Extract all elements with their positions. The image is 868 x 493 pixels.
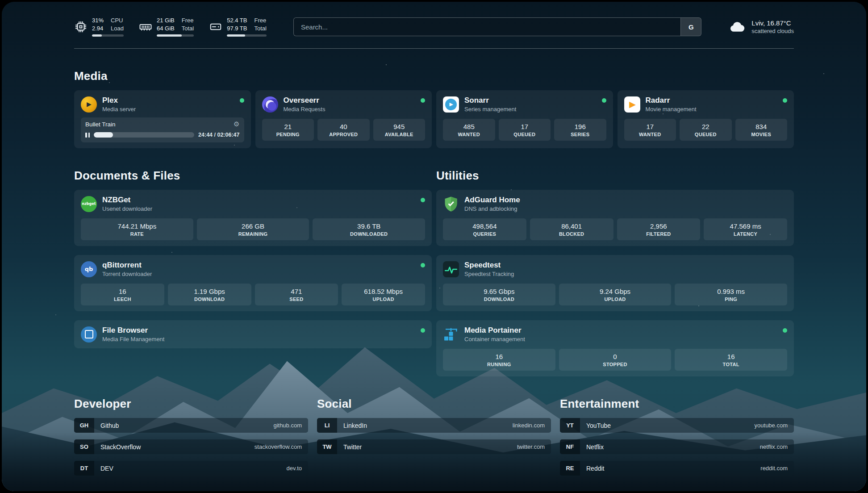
stat-label: DOWNLOAD [170, 297, 250, 302]
stat-value: 618.52 Mbps [343, 288, 423, 295]
bookmark-netflix[interactable]: NFNetflixnetflix.com [560, 439, 794, 454]
section-title-utilities: Utilities [436, 169, 794, 183]
service-header: RadarrMovie management [624, 96, 788, 113]
stat-box: 16RUNNING [443, 349, 555, 371]
service-description: Speedtest Tracking [464, 271, 514, 277]
playback-progress-fill [94, 132, 113, 138]
stat-value: 21 [264, 123, 313, 130]
disk-total-value: 97.9 TB [227, 25, 247, 32]
entertainment-bookmarks-column: Entertainment YTYouTubeyoutube.comNFNetf… [560, 397, 794, 476]
stat-label: UPLOAD [561, 297, 670, 302]
stat-value: 266 GB [199, 222, 308, 230]
stat-value: 16 [676, 353, 785, 360]
bookmark-twitter[interactable]: TWTwittertwitter.com [317, 439, 551, 454]
stat-label: WANTED [626, 132, 675, 137]
service-stats: 744.21 MbpsRATE266 GBREMAINING39.6 TBDOW… [81, 218, 425, 240]
service-stats: 17WANTED22QUEUED834MOVIES [624, 119, 788, 141]
status-indicator-online [421, 328, 425, 333]
bookmark-abbr: LI [317, 418, 337, 433]
bookmark-github[interactable]: GHGithubgithub.com [74, 418, 308, 433]
stat-value: 945 [375, 123, 424, 130]
service-card-nzbget[interactable]: nzbgetNZBGetUsenet downloader744.21 Mbps… [74, 190, 432, 246]
stat-value: 0.993 ms [676, 288, 785, 295]
settings-gear-icon[interactable]: ⚙ [234, 121, 239, 128]
service-card-plex[interactable]: PlexMedia serverBullet Train⚙24:44 / 02:… [74, 90, 251, 148]
disk-widget: 52.4 TB Free 97.9 TB Total [209, 17, 267, 37]
bookmark-youtube[interactable]: YTYouTubeyoutube.com [560, 418, 794, 433]
stat-label: QUEUED [501, 132, 549, 137]
service-card-overseerr[interactable]: OverseerrMedia Requests21PENDING40APPROV… [255, 90, 432, 148]
stat-value: 2,956 [619, 222, 699, 230]
stat-value: 834 [737, 123, 786, 130]
service-stats: 9.65 GbpsDOWNLOAD9.24 GbpsUPLOAD0.993 ms… [443, 284, 787, 305]
dashboard-content: 31% CPU 2.94 Load 21 [74, 2, 794, 489]
service-title-block: PlexMedia server [102, 96, 136, 113]
search-input[interactable] [294, 18, 680, 36]
stat-label: TOTAL [676, 362, 785, 367]
weather-widget: Lviv, 16.87°C scattered clouds [728, 18, 794, 36]
stat-label: QUEUED [681, 132, 730, 137]
service-card-sonarr[interactable]: SonarrSeries management485WANTED17QUEUED… [436, 90, 613, 148]
bookmark-dev[interactable]: DTDEVdev.to [74, 461, 308, 476]
stat-label: DOWNLOAD [445, 297, 554, 302]
disk-usage-bar [227, 34, 267, 37]
service-card-filebrowser[interactable]: File BrowserMedia File Management [74, 320, 432, 348]
service-card-portainer[interactable]: Media PortainerContainer management16RUN… [436, 320, 794, 376]
service-card-qbittorrent[interactable]: qbqBittorrentTorrent downloader16LEECH1.… [74, 255, 432, 311]
stat-label: PING [676, 297, 785, 302]
status-indicator-online [783, 98, 787, 103]
memory-total-value: 64 GiB [157, 25, 175, 32]
top-bar: 31% CPU 2.94 Load 21 [74, 2, 794, 49]
service-title-block: OverseerrMedia Requests [284, 96, 326, 113]
stat-box: 22QUEUED [680, 119, 732, 141]
pause-button[interactable] [85, 133, 90, 138]
weather-location: Lviv, 16.87°C [751, 19, 794, 27]
service-card-radarr[interactable]: RadarrMovie management17WANTED22QUEUED83… [618, 90, 794, 148]
now-playing-panel: Bullet Train⚙24:44 / 02:06:47 [81, 117, 244, 142]
service-description: Series management [464, 106, 516, 113]
service-card-speedtest[interactable]: SpeedtestSpeedtest Tracking9.65 GbpsDOWN… [436, 255, 794, 311]
service-stats: 485WANTED17QUEUED196SERIES [443, 119, 606, 141]
status-indicator-online [602, 98, 606, 103]
stat-label: BLOCKED [532, 231, 612, 237]
stat-label: LEECH [83, 297, 163, 302]
stat-value: 9.24 Gbps [561, 288, 670, 295]
service-title-block: SpeedtestSpeedtest Tracking [464, 261, 514, 277]
stat-box: 16TOTAL [675, 349, 787, 371]
service-description: Media server [102, 106, 136, 113]
now-playing-header: Bullet Train⚙ [85, 121, 240, 128]
sonarr-icon [443, 96, 459, 113]
bookmark-reddit[interactable]: RERedditreddit.com [560, 461, 794, 476]
service-header: qbqBittorrentTorrent downloader [81, 261, 425, 277]
pause-bar [85, 133, 87, 138]
service-header: File BrowserMedia File Management [81, 326, 425, 343]
adguard-icon [443, 196, 459, 212]
bookmark-domain: netflix.com [760, 443, 794, 450]
service-description: Torrent downloader [102, 271, 152, 277]
memory-usage-bar [157, 34, 194, 37]
search-provider-button[interactable]: G [680, 18, 701, 36]
service-name: Sonarr [464, 96, 516, 105]
service-header: OverseerrMedia Requests [262, 96, 426, 113]
service-description: Media File Management [102, 336, 164, 343]
stat-box: 9.65 GbpsDOWNLOAD [443, 284, 555, 305]
stat-box: 485WANTED [443, 119, 495, 141]
stat-box: 0.993 msPING [675, 284, 787, 305]
disk-free-value: 52.4 TB [227, 17, 247, 24]
service-card-adguard[interactable]: AdGuard HomeDNS and adblocking498,564QUE… [436, 190, 794, 246]
playback-time: 24:44 / 02:06:47 [198, 132, 239, 138]
bookmark-domain: stackoverflow.com [255, 443, 308, 450]
service-name: Media Portainer [464, 326, 525, 335]
service-name: NZBGet [102, 196, 152, 205]
stat-box: 39.6 TBDOWNLOADED [313, 218, 425, 240]
stat-box: 0STOPPED [559, 349, 672, 371]
bookmark-stackoverflow[interactable]: SOStackOverflowstackoverflow.com [74, 439, 308, 454]
stat-value: 16 [83, 288, 163, 295]
bookmark-name: StackOverflow [94, 443, 141, 451]
bookmark-linkedin[interactable]: LILinkedInlinkedin.com [317, 418, 551, 433]
stat-box: 744.21 MbpsRATE [81, 218, 193, 240]
service-description: DNS and adblocking [464, 205, 520, 212]
stat-box: 618.52 MbpsUPLOAD [342, 284, 425, 305]
bookmark-domain: github.com [273, 422, 308, 429]
service-stats: 16RUNNING0STOPPED16TOTAL [443, 349, 787, 371]
